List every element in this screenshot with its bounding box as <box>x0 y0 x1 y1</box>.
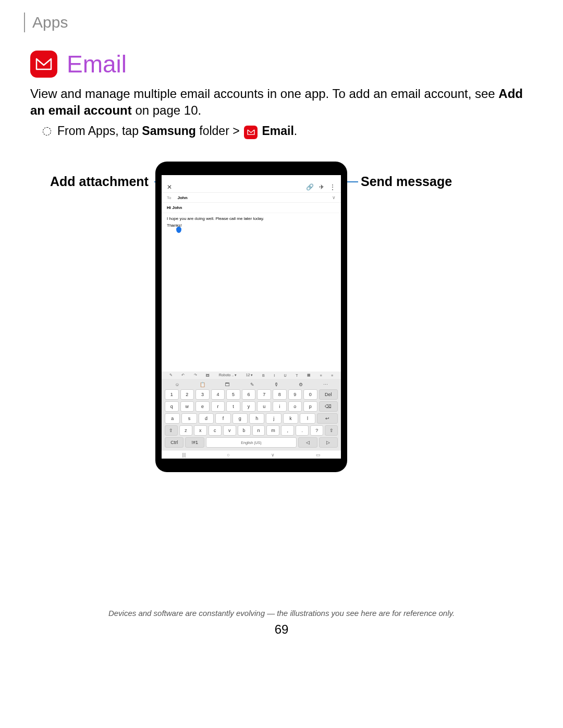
key[interactable]: f <box>215 413 230 424</box>
step-instruction: From Apps, tap Samsung folder > Email. <box>43 124 297 139</box>
key[interactable]: i <box>273 401 287 412</box>
key-arrow-left[interactable]: ◁ <box>298 437 317 448</box>
tablet-illustration: ✕ 🔗 ✈ ⋮ To John ∨ Hi John I hope you are… <box>155 162 347 472</box>
format-item[interactable]: B <box>262 374 265 377</box>
suggest-item[interactable]: 🗔 <box>225 382 230 387</box>
subject-field[interactable]: Hi John <box>162 203 341 213</box>
footer-note: Devices and software are constantly evol… <box>0 609 563 618</box>
body-field[interactable]: I hope you are doing well. Please call m… <box>162 213 341 372</box>
format-bar[interactable]: ✎↶↷🖼Roboto .. ▾12 ▾BIUT▦≡≡ <box>162 372 341 379</box>
to-value: John <box>177 195 187 200</box>
nav-item[interactable]: ○ <box>227 452 229 458</box>
text-cursor-handle[interactable] <box>176 227 181 233</box>
key[interactable]: a <box>165 413 180 424</box>
format-item[interactable]: I <box>274 374 275 377</box>
kbd-row5[interactable]: Ctrl !#1 English (US) ◁ ▷ <box>165 437 338 448</box>
format-item[interactable]: T <box>296 374 298 377</box>
key[interactable]: y <box>242 401 256 412</box>
key[interactable]: ? <box>310 425 323 436</box>
intro-text: View and manage multiple email accounts … <box>30 85 533 119</box>
format-item[interactable]: 🖼 <box>206 374 210 377</box>
format-item[interactable]: ≡ <box>331 374 333 377</box>
nav-item[interactable]: ▭ <box>316 452 321 458</box>
key[interactable]: p <box>303 401 317 412</box>
key[interactable]: ⇧ <box>325 425 338 436</box>
key[interactable]: 9 <box>288 389 302 400</box>
key[interactable]: ⇧ <box>165 425 178 436</box>
kbd-row3[interactable]: asdfghjkl↩ <box>165 413 338 424</box>
key[interactable]: k <box>283 413 298 424</box>
key[interactable]: ↩ <box>317 413 338 424</box>
suggest-item[interactable]: 📋 <box>200 382 205 387</box>
key[interactable]: w <box>180 401 194 412</box>
suggest-item[interactable]: 🎙 <box>274 382 279 387</box>
section-header: Email <box>30 50 127 78</box>
key[interactable]: . <box>296 425 309 436</box>
key[interactable]: g <box>232 413 248 424</box>
key[interactable]: c <box>209 425 222 436</box>
key[interactable]: q <box>165 401 179 412</box>
key-space[interactable]: English (US) <box>206 437 297 448</box>
suggest-item[interactable]: ⋯ <box>323 382 328 387</box>
key[interactable]: 8 <box>273 389 287 400</box>
kbd-row2[interactable]: qwertyuiop⌫ <box>165 401 338 412</box>
breadcrumb-label: Apps <box>32 14 68 31</box>
format-item[interactable]: ▦ <box>307 373 311 377</box>
key[interactable]: 1 <box>165 389 179 400</box>
key[interactable]: r <box>211 401 225 412</box>
nav-item[interactable]: ∨ <box>271 452 275 458</box>
key[interactable]: u <box>257 401 271 412</box>
key[interactable]: ⌫ <box>319 401 338 412</box>
key[interactable]: t <box>226 401 240 412</box>
key[interactable]: z <box>179 425 192 436</box>
key-sym[interactable]: !#1 <box>185 437 204 448</box>
nav-item[interactable]: ||| <box>182 452 186 458</box>
format-item[interactable]: U <box>284 374 287 377</box>
kbd-suggest-row[interactable]: ☺📋🗔✎🎙⚙⋯ <box>165 381 338 389</box>
format-item[interactable]: ✎ <box>169 373 173 377</box>
to-field[interactable]: To John ∨ <box>162 193 341 203</box>
close-icon[interactable]: ✕ <box>167 183 172 191</box>
key[interactable]: n <box>252 425 265 436</box>
key[interactable]: 5 <box>226 389 240 400</box>
key[interactable]: 6 <box>242 389 256 400</box>
intro-pre: View and manage multiple email accounts … <box>30 87 498 101</box>
format-item[interactable]: 12 ▾ <box>246 373 253 377</box>
key[interactable]: 7 <box>257 389 271 400</box>
key[interactable]: s <box>181 413 197 424</box>
format-item[interactable]: ↶ <box>181 373 185 377</box>
key[interactable]: 3 <box>195 389 210 400</box>
key[interactable]: , <box>281 425 294 436</box>
format-item[interactable]: ↷ <box>194 373 197 377</box>
key[interactable]: j <box>266 413 281 424</box>
key[interactable]: o <box>288 401 302 412</box>
suggest-item[interactable]: ☺ <box>175 382 179 387</box>
keyboard[interactable]: ☺📋🗔✎🎙⚙⋯ 1234567890Del qwertyuiop⌫ asdfgh… <box>162 379 341 450</box>
key[interactable]: e <box>195 401 210 412</box>
kbd-row1[interactable]: 1234567890Del <box>165 389 338 400</box>
send-icon[interactable]: ✈ <box>319 183 324 191</box>
chevron-down-icon[interactable]: ∨ <box>332 195 336 200</box>
nav-bar[interactable]: |||○∨▭ <box>162 450 341 459</box>
format-item[interactable]: Roboto .. ▾ <box>219 373 237 377</box>
key[interactable]: 0 <box>303 389 317 400</box>
key[interactable]: b <box>238 425 251 436</box>
key[interactable]: Del <box>319 389 338 400</box>
key[interactable]: x <box>194 425 207 436</box>
key[interactable]: 4 <box>211 389 225 400</box>
key[interactable]: m <box>266 425 279 436</box>
format-item[interactable]: ≡ <box>320 374 322 377</box>
key[interactable]: 2 <box>180 389 194 400</box>
key[interactable]: v <box>223 425 236 436</box>
key[interactable]: h <box>249 413 264 424</box>
key[interactable]: l <box>300 413 315 424</box>
more-icon[interactable]: ⋮ <box>329 183 336 191</box>
kbd-row4[interactable]: ⇧zxcvbnm,.?⇧ <box>165 425 338 436</box>
page-number: 69 <box>0 622 563 637</box>
suggest-item[interactable]: ⚙ <box>299 382 303 387</box>
key-arrow-right[interactable]: ▷ <box>319 437 338 448</box>
suggest-item[interactable]: ✎ <box>250 382 254 387</box>
key-ctrl[interactable]: Ctrl <box>165 437 183 448</box>
key[interactable]: d <box>199 413 214 424</box>
attachment-icon[interactable]: 🔗 <box>306 183 314 191</box>
